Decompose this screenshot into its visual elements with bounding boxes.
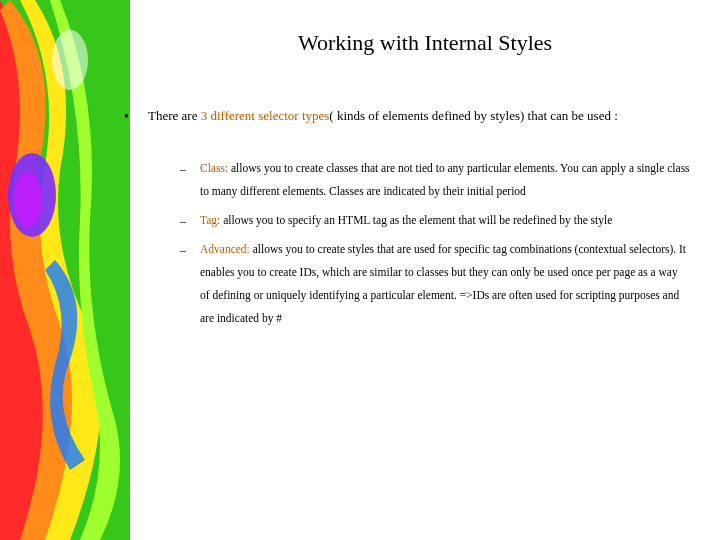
selector-label: Class: (200, 162, 228, 174)
intro-bullet: There are 3 different selector types( ki… (120, 104, 690, 330)
intro-suffix: ( kinds of elements defined by styles) t… (329, 108, 617, 123)
selector-label: Advanced: (200, 243, 250, 255)
selector-type-list: Class: allows you to create classes that… (176, 157, 690, 330)
slide-title: Working with Internal Styles (160, 30, 690, 56)
selector-body: allows you to create styles that are use… (200, 243, 686, 324)
selector-item-advanced: Advanced: allows you to create styles th… (176, 238, 690, 330)
slide-content: Working with Internal Styles There are 3… (0, 0, 720, 330)
selector-label: Tag: (200, 214, 220, 226)
main-bullet-list: There are 3 different selector types( ki… (120, 104, 690, 330)
selector-body: allows you to create classes that are no… (200, 162, 690, 197)
intro-highlight: 3 different selector types (201, 108, 330, 123)
selector-item-tag: Tag: allows you to specify an HTML tag a… (176, 209, 690, 232)
selector-item-class: Class: allows you to create classes that… (176, 157, 690, 203)
intro-prefix: There are (148, 108, 201, 123)
selector-body: allows you to specify an HTML tag as the… (220, 214, 612, 226)
